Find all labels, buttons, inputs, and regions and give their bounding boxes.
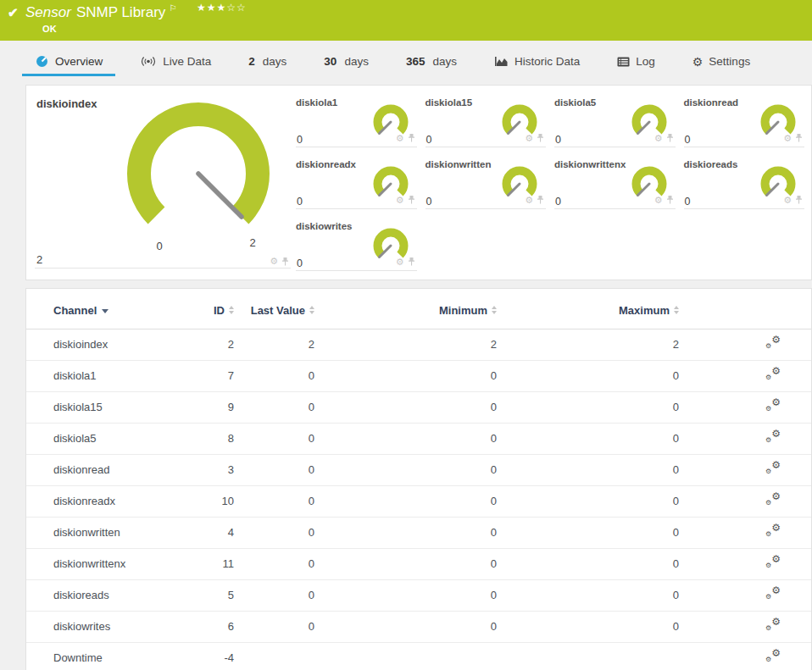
channels-table: Channel ID Last Value Minimum Maximum di…	[26, 291, 811, 670]
gauge-settings-gear-icon[interactable]: ⚙	[525, 134, 533, 143]
gauge-pin-icon[interactable]	[408, 254, 415, 269]
gauge-pin-icon[interactable]	[666, 192, 674, 208]
cell-id: 5	[196, 580, 234, 612]
tab-number: 30	[324, 55, 336, 68]
edit-channel-gears-icon[interactable]: ⚙⚙	[765, 430, 781, 444]
sort-icon	[309, 306, 314, 314]
gauge-cell-diskionwrittenx: diskionwrittenx0⚙	[554, 152, 676, 209]
edit-channel-gears-icon[interactable]: ⚙⚙	[765, 336, 781, 350]
cell-minimum: 0	[314, 392, 497, 424]
table-row: diskioreads5000⚙⚙	[26, 580, 811, 612]
table-row: diskiola159000⚙⚙	[26, 392, 811, 424]
edit-channel-gears-icon[interactable]: ⚙⚙	[765, 650, 781, 663]
column-header-minimum[interactable]: Minimum	[314, 291, 497, 329]
gauge-settings-gear-icon[interactable]: ⚙	[270, 257, 278, 266]
stars-empty[interactable]: ☆☆	[226, 2, 247, 14]
cell-id: 9	[196, 392, 234, 424]
table-row: diskiola17000⚙⚙	[26, 361, 811, 392]
gauge-settings-gear-icon[interactable]: ⚙	[396, 257, 404, 267]
cell-minimum: 0	[314, 455, 497, 486]
cell-channel: diskionwritten	[26, 518, 196, 549]
table-row: Downtime-4⚙⚙	[26, 643, 811, 670]
gauge-pin-icon[interactable]	[408, 130, 415, 146]
gauge-value: 0	[296, 196, 303, 208]
tab-2-days[interactable]: 2days	[236, 41, 299, 82]
tab-overview[interactable]: Overview	[22, 41, 115, 82]
edit-channel-gears-icon[interactable]: ⚙⚙	[765, 368, 781, 381]
cell-last-value: 0	[234, 392, 314, 424]
gauge-cell-diskiowrites: diskiowrites0⚙	[296, 214, 417, 271]
priority-stars[interactable]: ★★★☆☆	[197, 2, 247, 14]
table-row: diskiola58000⚙⚙	[26, 424, 811, 455]
cell-maximum: 2	[497, 329, 679, 361]
edit-channel-gears-icon[interactable]: ⚙⚙	[765, 462, 781, 475]
tab-30-days[interactable]: 30days	[311, 41, 381, 82]
gauge-settings-gear-icon[interactable]: ⚙	[783, 196, 792, 205]
gauge-settings-gear-icon[interactable]: ⚙	[525, 196, 533, 205]
channels-panel: Channel ID Last Value Minimum Maximum di…	[25, 288, 812, 670]
cell-last-value	[234, 643, 314, 670]
cell-minimum: 0	[314, 424, 497, 455]
gauge-value: 0	[296, 257, 303, 269]
cell-channel: diskionread	[26, 455, 196, 486]
tab-log[interactable]: Log	[604, 41, 668, 82]
cell-channel: diskiola15	[26, 392, 196, 424]
gauge-settings-gear-icon[interactable]: ⚙	[654, 196, 663, 205]
gauge-cell-diskionread: diskionread0⚙	[684, 91, 805, 147]
tab-number: 2	[248, 55, 255, 68]
tab-historic-data[interactable]: Historic Data	[481, 41, 592, 82]
cell-last-value: 2	[234, 329, 314, 361]
cell-maximum	[497, 643, 679, 670]
tab-label: days	[263, 55, 287, 68]
cell-id: 3	[196, 455, 234, 486]
column-header-channel[interactable]: Channel	[26, 291, 196, 329]
tab-label: Historic Data	[514, 55, 580, 68]
edit-channel-gears-icon[interactable]: ⚙⚙	[765, 618, 781, 632]
status-check-icon: ✔	[8, 5, 19, 20]
cell-id: 10	[196, 486, 234, 518]
flag-icon[interactable]: ⚐	[169, 3, 176, 13]
gauge-value: 0	[425, 134, 432, 146]
tab-live-data[interactable]: Live Data	[127, 41, 224, 82]
broadcast-icon	[140, 56, 157, 67]
cell-minimum	[314, 643, 497, 670]
cell-channel: diskiowrites	[26, 612, 196, 643]
cell-maximum: 0	[497, 580, 679, 612]
gauge-pin-icon[interactable]	[537, 192, 544, 208]
gauge-pin-icon[interactable]	[795, 192, 803, 208]
gauge-settings-gear-icon[interactable]: ⚙	[654, 134, 663, 143]
edit-channel-gears-icon[interactable]: ⚙⚙	[765, 587, 781, 601]
cell-maximum: 0	[497, 549, 679, 580]
tab-number: 365	[406, 55, 425, 68]
tab-label: days	[432, 55, 457, 68]
table-row: diskioindex2222⚙⚙	[26, 329, 811, 361]
gauge-pin-icon[interactable]	[408, 192, 415, 208]
gauge-pin-icon[interactable]	[795, 130, 803, 146]
column-header-last-value[interactable]: Last Value	[234, 291, 314, 329]
tab-label: Overview	[55, 55, 103, 68]
tab-365-days[interactable]: 365days	[393, 41, 470, 82]
status-badge: OK	[42, 24, 57, 34]
gauge-pin-icon[interactable]	[537, 130, 544, 146]
edit-channel-gears-icon[interactable]: ⚙⚙	[765, 493, 781, 507]
column-header-maximum[interactable]: Maximum	[497, 291, 679, 329]
cell-last-value: 0	[234, 455, 314, 486]
edit-channel-gears-icon[interactable]: ⚙⚙	[765, 399, 781, 413]
gauge-pin-icon[interactable]	[666, 130, 674, 146]
cell-maximum: 0	[497, 612, 679, 643]
gauge-settings-gear-icon[interactable]: ⚙	[396, 196, 404, 205]
sort-icon	[674, 306, 679, 314]
cell-minimum: 0	[314, 518, 497, 549]
edit-channel-gears-icon[interactable]: ⚙⚙	[765, 524, 781, 538]
gauge-cell-diskiola15: diskiola150⚙	[425, 91, 547, 147]
edit-channel-gears-icon[interactable]: ⚙⚙	[765, 556, 781, 569]
cell-minimum: 0	[314, 486, 497, 518]
column-header-id[interactable]: ID	[196, 291, 234, 329]
stars-filled[interactable]: ★★★	[197, 2, 226, 14]
gauge-settings-gear-icon[interactable]: ⚙	[396, 134, 404, 143]
gauge-settings-gear-icon[interactable]: ⚙	[783, 134, 792, 143]
gauge-value: 0	[554, 134, 561, 146]
gauge-pin-icon[interactable]	[281, 257, 289, 266]
tab-settings[interactable]: ⚙Settings	[680, 41, 763, 82]
cell-last-value: 0	[234, 518, 314, 549]
